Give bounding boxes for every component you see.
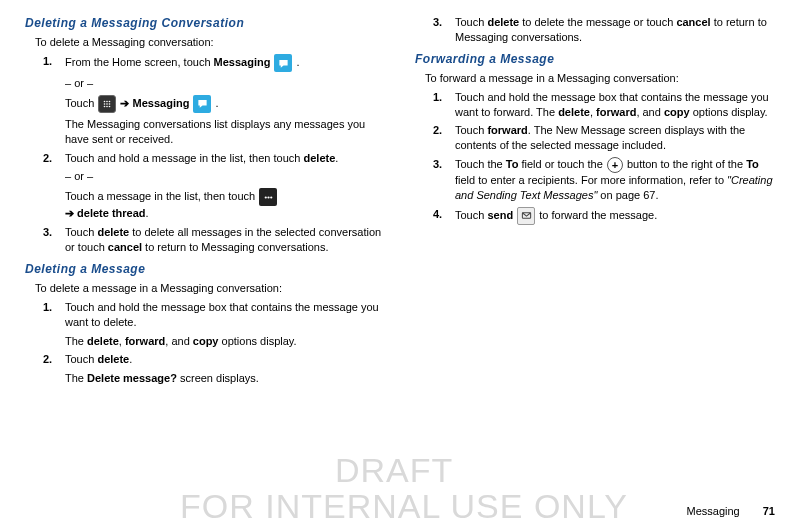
bold-text: To — [746, 158, 759, 170]
text: , and — [636, 106, 664, 118]
text: Touch and hold a message in the list, th… — [65, 152, 304, 164]
text: to delete the message or touch — [519, 16, 676, 28]
text: Touch the — [455, 158, 506, 170]
step-number: 1. — [433, 90, 442, 105]
text: Touch and hold the message box that cont… — [65, 301, 379, 328]
text: to forward the message. — [539, 209, 657, 221]
text: button to the right of the — [624, 158, 746, 170]
steps-list: 1. Touch and hold the message box that c… — [433, 90, 775, 225]
bold-text: delete thread — [77, 207, 145, 219]
text: field to enter a recipients. For more in… — [455, 174, 727, 186]
text: . — [129, 353, 132, 365]
arrow: ➔ — [65, 207, 77, 219]
text: From the Home screen, touch — [65, 56, 214, 68]
text: Touch a message in the list, then touch — [65, 190, 258, 202]
step-number: 1. — [43, 54, 52, 69]
send-icon — [517, 207, 535, 225]
svg-point-15 — [264, 196, 266, 198]
result-text: The Delete message? screen displays. — [65, 371, 385, 386]
text: Touch — [455, 124, 487, 136]
svg-point-1 — [283, 62, 284, 63]
bold-text: delete — [87, 335, 119, 347]
svg-point-0 — [281, 62, 282, 63]
bold-text: copy — [664, 106, 690, 118]
bold-text: delete — [97, 226, 129, 238]
bold-text: delete — [487, 16, 519, 28]
alt-line: Touch ➔ Messaging . — [65, 95, 385, 113]
intro-text: To forward a message in a Messaging conv… — [425, 71, 775, 86]
bold-text: Messaging — [133, 97, 190, 109]
bold-text: Delete message? — [87, 372, 177, 384]
svg-point-10 — [107, 106, 109, 108]
or-separator: – or – — [65, 169, 385, 184]
step-3: 3. Touch delete to delete the message or… — [433, 15, 775, 45]
messaging-icon — [193, 95, 211, 113]
text: Touch — [455, 16, 487, 28]
svg-point-8 — [109, 103, 111, 105]
bold-text: delete — [558, 106, 590, 118]
svg-point-2 — [285, 62, 286, 63]
step-4: 4. Touch send to forward the message. — [433, 207, 775, 225]
alt-line: Touch a message in the list, then touch … — [65, 188, 385, 221]
step-1: 1. Touch and hold the message box that c… — [43, 300, 385, 349]
result-text: The Messaging conversations list display… — [65, 117, 385, 147]
bold-text: cancel — [108, 241, 142, 253]
footer-page-number: 71 — [763, 505, 775, 517]
intro-text: To delete a Messaging conversation: — [35, 35, 385, 50]
step-number: 2. — [43, 151, 52, 166]
bold-text: To — [506, 158, 519, 170]
step-3: 3. Touch delete to delete all messages i… — [43, 225, 385, 255]
heading-forwarding-message: Forwarding a Message — [415, 51, 775, 67]
text: on page 67. — [597, 189, 658, 201]
menu-icon — [259, 188, 277, 206]
bold-text: forward — [487, 124, 527, 136]
bold-text: send — [487, 209, 513, 221]
text: Touch — [65, 353, 97, 365]
footer-section: Messaging — [686, 505, 739, 517]
svg-point-5 — [109, 101, 111, 103]
text: to return to Messaging conversations. — [142, 241, 328, 253]
svg-point-3 — [104, 101, 106, 103]
text: Touch — [455, 209, 487, 221]
text: . — [293, 56, 299, 68]
step-number: 2. — [43, 352, 52, 367]
heading-deleting-message: Deleting a Message — [25, 261, 385, 277]
step-number: 4. — [433, 207, 442, 222]
apps-icon — [98, 95, 116, 113]
steps-list: 1. From the Home screen, touch Messaging… — [43, 54, 385, 255]
step-number: 2. — [433, 123, 442, 138]
watermark-internal: FOR INTERNAL USE ONLY — [180, 484, 628, 529]
result-text: The delete, forward, and copy options di… — [65, 334, 385, 349]
svg-point-9 — [104, 106, 106, 108]
text: . — [146, 207, 149, 219]
svg-point-12 — [200, 103, 201, 104]
text: The — [65, 335, 87, 347]
svg-point-14 — [204, 103, 205, 104]
text: , and — [165, 335, 193, 347]
step-1: 1. From the Home screen, touch Messaging… — [43, 54, 385, 147]
text: . — [212, 97, 218, 109]
text: . — [335, 152, 338, 164]
bold-text: copy — [193, 335, 219, 347]
text: options display. — [690, 106, 768, 118]
bold-text: forward — [125, 335, 165, 347]
intro-text: To delete a message in a Messaging conve… — [35, 281, 385, 296]
svg-point-6 — [104, 103, 106, 105]
svg-point-7 — [107, 103, 109, 105]
step-1: 1. Touch and hold the message box that c… — [433, 90, 775, 120]
step-number: 3. — [433, 157, 442, 172]
two-column-layout: Deleting a Messaging Conversation To del… — [25, 15, 775, 390]
or-separator: – or – — [65, 76, 385, 91]
text: screen displays. — [177, 372, 259, 384]
svg-point-16 — [267, 196, 269, 198]
text: Touch — [65, 97, 97, 109]
left-column: Deleting a Messaging Conversation To del… — [25, 15, 385, 390]
svg-point-4 — [107, 101, 109, 103]
svg-point-11 — [109, 106, 111, 108]
steps-list-continued: 3. Touch delete to delete the message or… — [433, 15, 775, 45]
steps-list: 1. Touch and hold the message box that c… — [43, 300, 385, 386]
arrow: ➔ — [117, 97, 132, 109]
text: options display. — [219, 335, 297, 347]
watermark-draft: DRAFT — [335, 448, 453, 494]
step-number: 1. — [43, 300, 52, 315]
